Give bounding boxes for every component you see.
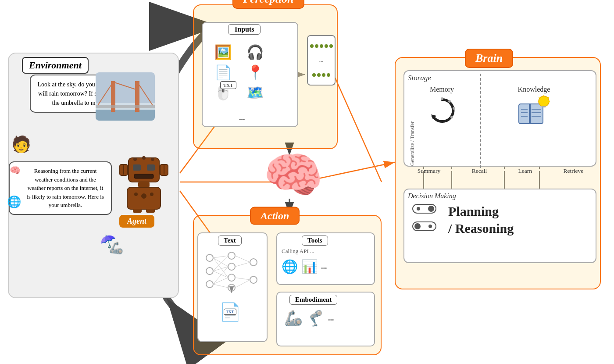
learn-label: Learn xyxy=(518,168,532,175)
agent-bubble-text: Reasoning from the current weather condi… xyxy=(27,168,104,208)
toggle-track-2 xyxy=(412,221,436,231)
svg-point-50 xyxy=(206,268,213,275)
encoder-dots: ... xyxy=(319,57,324,64)
svg-rect-30 xyxy=(96,105,155,108)
central-brain-icon: 🧠 xyxy=(263,147,323,203)
txt-badge-action: TXT xyxy=(224,309,236,315)
toggle-icons-group xyxy=(412,204,436,231)
document-icon: 📄 xyxy=(209,64,237,81)
svg-line-60 xyxy=(213,258,228,278)
main-container: { "title": "AI Agent Architecture Diagra… xyxy=(0,0,614,364)
svg-line-70 xyxy=(235,280,250,288)
encoder-row-1 xyxy=(310,44,333,48)
input-icons-grid: 🖼️ 🎧 📄 📍 🖱️ 🗺️ xyxy=(205,40,273,104)
encoder-dot xyxy=(310,44,314,48)
tools-icons-row: 🌐 📊 ... xyxy=(282,259,327,274)
calling-api-label: Calling API ... xyxy=(282,248,314,255)
map-icon: 🗺️ xyxy=(241,84,269,101)
svg-point-35 xyxy=(133,157,137,161)
toggle-2 xyxy=(412,221,436,231)
toggle-dot-right-2 xyxy=(428,225,432,228)
agent-label: Agent xyxy=(119,215,154,228)
memory-label: Memory xyxy=(408,86,476,93)
svg-point-53 xyxy=(228,263,235,270)
summary-label: Summary xyxy=(418,168,441,175)
inputs-label: Inputs xyxy=(228,24,261,35)
toggle-track-1 xyxy=(412,204,436,214)
knowledge-label: Knowledge xyxy=(487,86,581,93)
encoder-dot xyxy=(320,44,323,48)
svg-rect-78 xyxy=(529,104,531,124)
svg-point-49 xyxy=(206,254,213,261)
svg-rect-48 xyxy=(146,209,155,213)
svg-point-52 xyxy=(228,252,235,259)
svg-point-55 xyxy=(228,284,235,291)
toggle-knob-2 xyxy=(414,223,421,229)
tools-box-label: Tools xyxy=(302,236,328,246)
robot-agent xyxy=(118,156,170,214)
decision-label: Decision Making xyxy=(408,192,456,200)
memory-section: Memory xyxy=(408,86,476,126)
svg-line-90 xyxy=(539,97,539,98)
storage-actions-row: Summary Recall Learn Retrieve xyxy=(402,168,599,175)
svg-rect-34 xyxy=(134,174,154,178)
svg-line-68 xyxy=(235,262,250,267)
svg-point-85 xyxy=(539,96,549,107)
svg-point-36 xyxy=(142,156,146,160)
svg-line-11 xyxy=(312,162,395,180)
user-avatar: 🧑 xyxy=(11,135,31,153)
brain-label: Brain xyxy=(465,49,513,68)
svg-point-75 xyxy=(453,107,455,110)
encoder-dot xyxy=(329,44,333,48)
planning-text: Planning/ Reasoning xyxy=(448,204,514,236)
svg-point-76 xyxy=(450,116,453,118)
svg-rect-42 xyxy=(138,182,150,187)
svg-line-67 xyxy=(235,256,250,262)
robot-arm-icon: 🦾 xyxy=(109,240,125,256)
environment-label: Environment xyxy=(22,57,89,74)
planning-reasoning-label: Planning/ Reasoning xyxy=(448,203,514,237)
svg-line-66 xyxy=(213,284,228,288)
svg-line-5 xyxy=(335,77,382,182)
spreadsheet-icon: 📊 xyxy=(301,259,318,274)
encoder-dot xyxy=(325,44,328,48)
txt-label-perception: TXT xyxy=(220,81,236,89)
svg-line-88 xyxy=(548,97,549,98)
globe-tool-icon: 🌐 xyxy=(282,259,298,274)
storage-divider xyxy=(480,74,481,168)
svg-line-69 xyxy=(235,278,250,280)
recall-label: Recall xyxy=(472,168,487,175)
neural-net-svg xyxy=(203,249,260,293)
encoder-dot xyxy=(327,73,330,77)
brain-icon-bubble: 🧠 xyxy=(10,165,21,175)
svg-line-58 xyxy=(213,256,228,258)
perception-label: Perception xyxy=(232,0,304,9)
embodiment-box-label: Embodiment xyxy=(289,295,337,305)
retrieve-label: Retrieve xyxy=(564,168,584,175)
svg-rect-86 xyxy=(542,106,546,107)
encoder-dot xyxy=(315,44,318,48)
svg-point-57 xyxy=(250,276,257,283)
inputs-dots: ... xyxy=(239,113,245,122)
action-label: Action xyxy=(250,207,300,225)
storage-label: Storage xyxy=(408,74,431,82)
svg-point-73 xyxy=(441,97,443,100)
encoder-dot xyxy=(322,73,325,77)
robot-arm-1-icon: 🦾 xyxy=(284,309,303,327)
memory-icon xyxy=(408,95,476,126)
svg-rect-24 xyxy=(96,110,155,121)
toggle-1 xyxy=(412,204,436,214)
svg-point-46 xyxy=(150,193,154,196)
toggle-knob-1 xyxy=(428,206,434,212)
svg-point-74 xyxy=(448,100,451,103)
agent-speech-bubble: Reasoning from the current weather condi… xyxy=(9,161,112,215)
svg-rect-77 xyxy=(519,104,543,124)
embodiment-dots: ... xyxy=(328,314,334,323)
svg-point-54 xyxy=(228,274,235,281)
generalize-transfer-label: Generalize / Transfer xyxy=(409,121,416,166)
image-icon: 🖼️ xyxy=(209,44,237,61)
toggle-dot-left-1 xyxy=(417,207,420,211)
svg-point-51 xyxy=(206,281,213,288)
knowledge-icon xyxy=(487,95,581,126)
tools-dots: ... xyxy=(321,262,327,271)
